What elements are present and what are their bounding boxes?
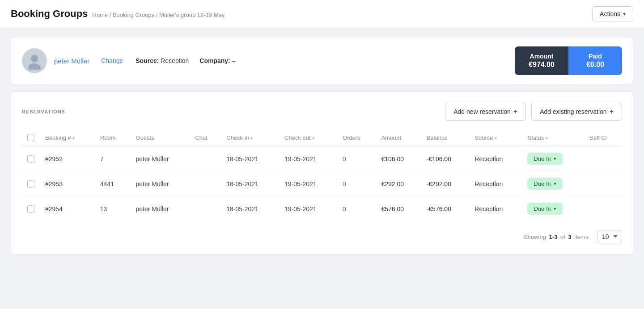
row-checkout: 19-05-2021: [279, 196, 337, 221]
row-chat: [190, 171, 221, 196]
row-orders: 0: [337, 146, 376, 171]
row-guest: peter Müller: [130, 146, 190, 171]
table-row: #2954 13 peter Müller 18-05-2021 19-05-2…: [22, 196, 622, 221]
add-existing-label: Add existing reservation: [540, 108, 606, 115]
per-page-select[interactable]: 10 25 50: [597, 230, 622, 243]
change-link[interactable]: Change: [101, 57, 123, 64]
row-checkbox-cell: [22, 196, 40, 221]
reservations-title: RESERVATIONS: [22, 109, 65, 114]
sort-arrow-status-icon: ▾: [546, 136, 548, 141]
row-booking: #2954: [40, 196, 95, 221]
table-head: Booking # ▾ Room Guests Chat: [22, 129, 622, 146]
col-checkbox: [22, 129, 40, 146]
col-balance: Balance: [421, 129, 470, 146]
breadcrumb-current: Müller's group 18-19 May: [159, 12, 225, 18]
row-checkout: 19-05-2021: [279, 146, 337, 171]
guest-name[interactable]: peter Müller: [54, 57, 89, 65]
paid-box: Paid €0.00: [568, 46, 622, 75]
row-checkbox[interactable]: [27, 205, 34, 213]
reservations-actions: Add new reservation + Add existing reser…: [445, 103, 622, 121]
main-content: peter Müller Change Source: Reception Co…: [0, 28, 644, 263]
chevron-down-icon: ▾: [623, 11, 626, 17]
orders-link[interactable]: 0: [343, 155, 346, 163]
header-left: Booking Groups Home / Booking Groups / M…: [11, 8, 225, 20]
row-status: Due In ▾: [522, 171, 584, 196]
breadcrumb-group[interactable]: Booking Groups: [113, 12, 154, 18]
col-booking: Booking # ▾: [40, 129, 95, 146]
amount-label: Amount: [527, 53, 556, 60]
col-guests: Guests: [130, 129, 190, 146]
col-status: Status ▾: [522, 129, 584, 146]
row-balance: -€292.00: [421, 171, 470, 196]
row-room: 4441: [95, 171, 131, 196]
row-guest: peter Müller: [130, 171, 190, 196]
guest-meta: Source: Reception Company: –: [136, 57, 235, 64]
row-room: 7: [95, 146, 131, 171]
row-balance: -€576.00: [421, 196, 470, 221]
breadcrumb-home[interactable]: Home: [92, 12, 108, 18]
row-selfci: [584, 196, 622, 221]
orders-link[interactable]: 0: [343, 180, 346, 188]
sort-arrow-source-icon: ▾: [495, 136, 497, 141]
col-room: Room: [95, 129, 131, 146]
status-badge[interactable]: Due In ▾: [527, 203, 562, 215]
row-checkin: 18-05-2021: [221, 196, 279, 221]
plus-icon: +: [513, 108, 517, 116]
row-orders: 0: [337, 196, 376, 221]
header-bar: Booking Groups Home / Booking Groups / M…: [0, 0, 644, 28]
row-checkbox-cell: [22, 171, 40, 196]
row-amount: €106.00: [376, 146, 421, 171]
row-source: Reception: [469, 171, 522, 196]
row-room: 13: [95, 196, 131, 221]
amount-box: Amount €974.00: [515, 46, 568, 75]
add-new-reservation-button[interactable]: Add new reservation +: [445, 103, 526, 121]
row-checkbox[interactable]: [27, 155, 34, 163]
col-chat: Chat: [190, 129, 221, 146]
sort-arrow-checkout-icon: ▾: [312, 136, 314, 141]
guest-info: peter Müller Change Source: Reception Co…: [22, 48, 235, 73]
row-selfci: [584, 146, 622, 171]
row-booking: #2953: [40, 171, 95, 196]
row-booking: #2952: [40, 146, 95, 171]
sort-arrow-icon: ▾: [72, 136, 75, 141]
row-selfci: [584, 171, 622, 196]
row-chat: [190, 146, 221, 171]
row-checkin: 18-05-2021: [221, 146, 279, 171]
row-status: Due In ▾: [522, 196, 584, 221]
plus-icon-2: +: [610, 108, 614, 116]
row-checkin: 18-05-2021: [221, 171, 279, 196]
row-orders: 0: [337, 171, 376, 196]
row-guest: peter Müller: [130, 196, 190, 221]
source-meta: Source: Reception: [136, 57, 189, 64]
col-selfci: Self Ci: [584, 129, 622, 146]
row-chat: [190, 196, 221, 221]
breadcrumb: Home / Booking Groups / Müller's group 1…: [92, 12, 225, 18]
paid-value: €0.00: [581, 61, 610, 69]
select-all-checkbox[interactable]: [27, 134, 34, 141]
guest-card: peter Müller Change Source: Reception Co…: [11, 37, 633, 84]
showing-text: Showing 1-3 of 3 items.: [524, 234, 590, 240]
add-existing-reservation-button[interactable]: Add existing reservation +: [531, 103, 622, 121]
svg-point-1: [28, 63, 41, 70]
col-source: Source ▾: [469, 129, 522, 146]
orders-link[interactable]: 0: [343, 205, 346, 213]
table-row: #2952 7 peter Müller 18-05-2021 19-05-20…: [22, 146, 622, 171]
row-amount: €292.00: [376, 171, 421, 196]
company-meta: Company: –: [199, 57, 235, 64]
col-checkout: Check out ▾: [279, 129, 337, 146]
row-checkbox[interactable]: [27, 180, 34, 188]
col-checkin: Check in ▾: [221, 129, 279, 146]
table-wrap: Booking # ▾ Room Guests Chat: [22, 129, 622, 221]
chevron-down-icon: ▾: [554, 156, 556, 162]
row-balance: -€106.00: [421, 146, 470, 171]
row-status: Due In ▾: [522, 146, 584, 171]
actions-label: Actions: [600, 10, 620, 17]
table-footer: Showing 1-3 of 3 items. 10 25 50: [22, 230, 622, 243]
col-amount: Amount: [376, 129, 421, 146]
svg-point-0: [31, 55, 38, 62]
table-row: #2953 4441 peter Müller 18-05-2021 19-05…: [22, 171, 622, 196]
actions-button[interactable]: Actions ▾: [592, 6, 633, 21]
add-new-label: Add new reservation: [453, 108, 511, 115]
status-badge[interactable]: Due In ▾: [527, 153, 562, 165]
status-badge[interactable]: Due In ▾: [527, 178, 562, 190]
